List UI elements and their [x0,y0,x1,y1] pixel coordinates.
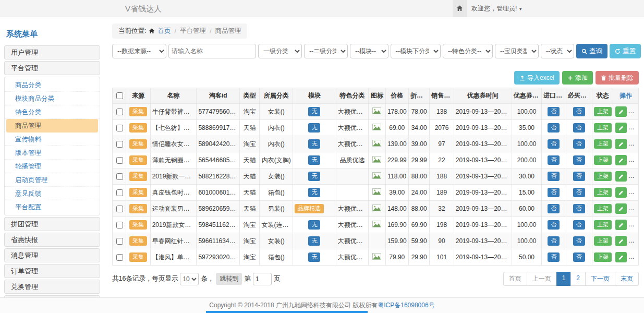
status-toggle[interactable]: 上架 [594,220,612,230]
sidebar-item-特色分类[interactable]: 特色分类 [5,105,100,119]
sidebar-group-用户管理[interactable]: 用户管理 [4,45,100,59]
sidebar-item-商品管理[interactable]: 商品管理 [6,119,98,133]
row-checkbox[interactable] [116,109,123,115]
reset-button[interactable]: 重置 [610,44,641,58]
filter-select[interactable]: --二级分类-- [304,44,348,58]
filter-select[interactable]: --宝贝类型-- [495,44,539,58]
add-button[interactable]: 添加 [562,71,593,85]
edit-button[interactable] [615,106,627,117]
sidebar-item-宣传物料[interactable]: 宣传物料 [5,133,100,146]
filter-select[interactable]: --模块-- [350,44,388,58]
filter-select[interactable]: --特色分类-- [443,44,493,58]
price: 39.00 [385,185,408,201]
edit-button[interactable] [615,171,627,182]
bulk-delete-button[interactable]: 批量删除 [596,71,639,85]
table-row: 采集2019新款女秋薄款...598451162391淘宝女装(连衣裙)无大额优… [113,217,639,233]
import-select-toggle[interactable]: 否 [548,155,560,165]
sidebar-item-意见反馈[interactable]: 意见反馈 [5,187,100,200]
filter-select[interactable]: 一级分类 [258,44,302,58]
must-buy-toggle[interactable]: 否 [573,220,585,230]
sidebar-item-模块商品分类[interactable]: 模块商品分类 [5,92,100,105]
status-toggle[interactable]: 上架 [594,123,612,133]
edit-button[interactable] [615,220,627,230]
home-button[interactable] [453,0,467,17]
sidebar-group-订单管理[interactable]: 订单管理 [4,264,100,278]
must-buy-toggle[interactable]: 否 [573,236,585,246]
import-select-toggle[interactable]: 否 [548,139,560,149]
import-select-toggle[interactable]: 否 [548,172,560,181]
sidebar-group-兑换管理[interactable]: 兑换管理 [4,280,100,294]
status-toggle[interactable]: 上架 [594,155,612,165]
must-buy-toggle[interactable]: 否 [573,123,585,133]
must-buy-toggle[interactable]: 否 [573,252,585,262]
row-checkbox[interactable] [116,254,123,261]
must-buy-toggle[interactable]: 否 [573,204,585,213]
edit-button[interactable] [615,187,627,198]
edit-button[interactable] [615,203,627,214]
must-buy-toggle[interactable]: 否 [573,188,585,197]
edit-button[interactable] [615,155,627,165]
import-select-toggle[interactable]: 否 [548,220,560,230]
row-checkbox[interactable] [116,238,123,245]
sidebar-item-启动页管理[interactable]: 启动页管理 [5,173,100,187]
edit-button[interactable] [615,252,627,262]
must-buy-toggle[interactable]: 否 [573,107,585,116]
pager-item-首页[interactable]: 首页 [503,272,527,286]
must-buy-toggle[interactable]: 否 [573,155,585,165]
pager-item-2[interactable]: 2 [570,272,586,286]
breadcrumb-home-link[interactable]: 首页 [157,27,171,35]
sidebar-item-商品分类[interactable]: 商品分类 [5,78,100,92]
import-excel-button[interactable]: 导入excel [514,71,560,85]
status-cell: 上架 [592,120,613,136]
import-select-toggle[interactable]: 否 [548,204,560,213]
status-toggle[interactable]: 上架 [594,236,612,246]
row-checkbox[interactable] [116,222,123,228]
pager-item-末页[interactable]: 末页 [615,272,639,286]
pager-item-下一页[interactable]: 下一页 [585,272,615,286]
row-checkbox[interactable] [116,157,123,164]
sidebar-item-平台配置[interactable]: 平台配置 [5,200,100,214]
query-button[interactable]: 查询 [576,44,607,58]
row-checkbox[interactable] [116,125,123,131]
import-select-toggle[interactable]: 否 [548,252,560,262]
import-select-toggle[interactable]: 否 [548,188,560,197]
status-toggle[interactable]: 上架 [594,172,612,181]
sidebar-item-版本管理[interactable]: 版本管理 [5,146,100,160]
status-toggle[interactable]: 上架 [594,252,612,262]
status-toggle[interactable]: 上架 [594,139,612,149]
jump-button[interactable]: 跳转到 [216,273,242,285]
filter-select[interactable]: --状态-- [541,44,574,58]
per-page-select[interactable]: 10 [180,273,199,285]
sidebar-group-平台管理[interactable]: 平台管理 [4,61,100,75]
filter-select[interactable]: --数据来源-- [112,44,166,58]
row-checkbox[interactable] [116,141,123,148]
sidebar-group-拼团管理[interactable]: 拼团管理 [4,217,100,231]
sidebar-item-轮播管理[interactable]: 轮播管理 [5,160,100,173]
pager-item-上一页[interactable]: 上一页 [527,272,557,286]
select-all-checkbox[interactable] [116,92,123,99]
sidebar-group-消息管理[interactable]: 消息管理 [4,248,100,262]
user-menu[interactable]: 欢迎您，管理员!▼ [471,0,523,18]
jump-page-input[interactable] [253,273,272,285]
must-buy-toggle[interactable]: 否 [573,172,585,181]
pager-item-1[interactable]: 1 [556,272,572,286]
must-buy-toggle[interactable]: 否 [573,139,585,149]
status-toggle[interactable]: 上架 [594,107,612,116]
filter-select[interactable]: --模块下分类-- [391,44,441,58]
module-none-badge: 无 [308,172,320,181]
discount-price: 34.00 [408,120,429,136]
status-toggle[interactable]: 上架 [594,204,612,213]
edit-button[interactable] [615,236,627,246]
filter-name-input[interactable] [168,44,256,58]
sidebar-group-省惠快报[interactable]: 省惠快报 [4,233,100,247]
row-checkbox[interactable] [116,189,123,196]
import-select-toggle[interactable]: 否 [548,123,560,133]
edit-button[interactable] [615,123,627,133]
edit-button[interactable] [615,139,627,149]
icp-link[interactable]: 粤ICP备16098006号 [378,302,434,309]
import-select-toggle[interactable]: 否 [548,236,560,246]
import-select-toggle[interactable]: 否 [548,107,560,116]
row-checkbox[interactable] [116,173,123,180]
status-toggle[interactable]: 上架 [594,188,612,197]
row-checkbox[interactable] [116,206,123,212]
